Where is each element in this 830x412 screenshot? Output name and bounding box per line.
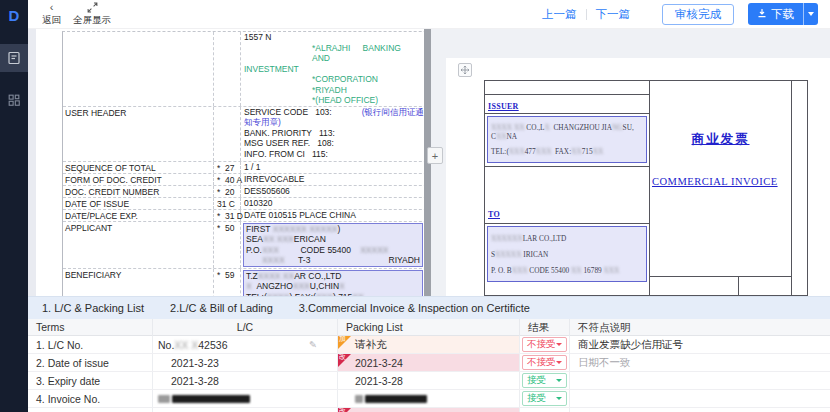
invoice-line: XXXXXXLAR CO.,LTD xyxy=(491,234,643,243)
fullscreen-label: 全屏显示 xyxy=(73,14,111,27)
sidebar-item-apps[interactable] xyxy=(0,86,28,114)
lc-doc-field-value: 010320 xyxy=(241,198,424,209)
next-doc-link[interactable]: 下一篇 xyxy=(596,7,631,22)
lc-doc-field-value: SERVICE CODE 103:(银行间信用证通知专用章)BANK. PRIO… xyxy=(241,107,424,161)
field-text: SERVICE CODE 103:(银行间信用证通知专用章)BANK. PRIO… xyxy=(243,107,424,160)
doc-line: *ALRAJHI BANKING AND xyxy=(312,43,424,64)
doc-line: BANK. PRIORITY 113: xyxy=(244,128,424,139)
table-row: 3. Expiry date2021-3-282021-3-28接受 xyxy=(28,372,830,390)
invoice-table: ISSUER XXXX XX CO.,LX CHANGZHOU JIANGSU,… xyxy=(484,80,808,296)
move-handle-icon[interactable] xyxy=(458,63,472,77)
lc-doc-row: DOC. CREDIT NUMBER* 20DES505606 xyxy=(63,186,424,198)
term-cell: 2. Date of issue xyxy=(28,354,153,371)
highlighted-field[interactable]: FIRST XXXXXX XXXXX)SEAXX XXXERICANP.O. X… xyxy=(243,223,423,267)
term-cell: 4. Invoice No. xyxy=(28,390,153,407)
chevron-down-icon xyxy=(556,397,562,400)
download-icon xyxy=(757,8,767,20)
lc-doc-field-tag: * 50 xyxy=(214,222,241,268)
invoice-line: TEL:(XXX477XXX FAX:XX715XX xyxy=(491,147,643,156)
lc-doc-row: DATE OF ISSUE31 C010320 xyxy=(63,198,424,210)
tab-1[interactable]: 1. L/C & Packing List xyxy=(42,302,144,314)
doc-line: 知专用章) xyxy=(244,117,424,128)
lc-doc-field-label xyxy=(63,32,214,106)
form-document-icon xyxy=(6,50,22,66)
note-cell[interactable]: 日期不一致 xyxy=(570,354,830,371)
packing-text: 请补充 xyxy=(355,338,387,352)
chevron-down-icon xyxy=(556,343,562,346)
review-complete-button[interactable]: 审核完成 xyxy=(662,4,734,25)
note-text: 日期不一致 xyxy=(578,356,631,370)
fullscreen-button[interactable]: 全屏显示 xyxy=(73,2,111,27)
doc-line: FIRST XXXXXX XXXXX) xyxy=(246,224,420,235)
comparison-table-header: TermsL/CPacking List结果不符点说明 xyxy=(28,319,830,336)
topbar: ‹ 返回 全屏显示 上一篇 下一篇 审核完成 xyxy=(28,0,830,29)
packing-cell: 改 xyxy=(338,408,520,412)
invoice-no-date-row: NO. 2015SDT001 DATE 2015. 9. 18 xyxy=(650,277,791,296)
lc-text: No.XX X42536 xyxy=(158,339,227,351)
tab-3[interactable]: 3.Commercial Invoice & Inspection on Cer… xyxy=(299,302,530,314)
download-dropdown-button[interactable] xyxy=(803,3,818,25)
tab-2[interactable]: 2.L/C & Bill of Lading xyxy=(170,302,273,314)
result-select[interactable]: 接受 xyxy=(522,391,567,406)
invoice-title-cell: 商业发票 COMMERCIAL INVOICE xyxy=(650,131,791,277)
packing-cell: 2021-3-28 xyxy=(338,372,520,389)
result-cell: 不接受 xyxy=(520,354,570,371)
topbar-right: 上一篇 下一篇 审核完成 下载 xyxy=(542,0,830,28)
packing-cell: 改2021-3-24 xyxy=(338,354,520,371)
result-cell: 接受 xyxy=(520,390,570,407)
result-select[interactable]: 不接受 xyxy=(522,355,567,370)
lc-cell: 2021-3-28 xyxy=(153,372,338,389)
back-button[interactable]: ‹ 返回 xyxy=(42,2,61,27)
note-cell[interactable] xyxy=(570,372,830,389)
download-button[interactable]: 下载 xyxy=(748,3,803,25)
invoice-right-column: 商业发票 COMMERCIAL INVOICE NO. 2015SDT001 D… xyxy=(650,80,792,296)
invoice-to-cell: TO xyxy=(485,167,649,224)
expand-plus-button[interactable]: + xyxy=(427,147,443,164)
lc-doc-field-label: APPLICANT xyxy=(63,222,214,268)
lc-doc-field-value: DATE 010515 PLACE CHINA xyxy=(241,210,424,221)
topbar-left: ‹ 返回 全屏显示 xyxy=(28,0,117,28)
note-text: 商业发票缺少信用证号 xyxy=(578,338,683,352)
prev-doc-link[interactable]: 上一篇 xyxy=(542,7,577,22)
lc-text: 2021-3-23 xyxy=(158,357,219,369)
field-text: DATE 010515 PLACE CHINA xyxy=(243,210,424,221)
lc-cell: No.XX X42536✎ xyxy=(153,336,338,353)
invoice-pane[interactable]: ISSUER XXXX XX CO.,LX CHANGZHOU JIANGSU,… xyxy=(431,29,830,296)
note-cell[interactable]: 商业发票缺少信用证号 xyxy=(570,336,830,353)
doc-line: *(HEAD OFFICE) xyxy=(312,95,424,106)
lc-doc-field-value: FIRST XXXXXX XXXXX)SEAXX XXXERICANP.O. X… xyxy=(241,222,424,268)
doc-line: X ANGZHOXXXU,CHINX xyxy=(246,281,420,292)
result-value: 接受 xyxy=(527,374,546,387)
note-cell[interactable] xyxy=(570,408,830,412)
result-select[interactable]: 接受 xyxy=(522,373,567,388)
note-cell[interactable] xyxy=(570,390,830,407)
column-header: 结果 xyxy=(520,319,570,336)
lc-document-pane[interactable]: 1557 N*ALRAJHI BANKING ANDINVESTMENT*COR… xyxy=(36,29,424,296)
invoice-to-box[interactable]: XXXXXXLAR CO.,LTDSXXXXX IRICANP. O. BXXX… xyxy=(487,226,647,282)
doc-line: DES505606 xyxy=(244,186,424,197)
lc-cell xyxy=(153,390,338,407)
comparison-table-body: 1. L/C No.No.XX X42536✎加请补充不接受商业发票缺少信用证号… xyxy=(28,336,830,412)
column-header: Packing List xyxy=(338,319,520,336)
lc-doc-field-label: USER HEADER xyxy=(63,107,214,161)
table-row: 1. L/C No.No.XX X42536✎加请补充不接受商业发票缺少信用证号 xyxy=(28,336,830,354)
invoice-edge-column xyxy=(792,80,808,296)
term-cell xyxy=(28,408,153,412)
comparison-tabs: 1. L/C & Packing List2.L/C & Bill of Lad… xyxy=(28,296,830,319)
field-text: IRREVOCABLE xyxy=(243,174,424,185)
table-row: 2. Date of issue2021-3-23改2021-3-24不接受日期… xyxy=(28,354,830,372)
doc-line: INFO. FROM CI 115: xyxy=(244,149,424,160)
lc-doc-field-tag: * 20 xyxy=(214,186,241,197)
result-select[interactable]: 不接受 xyxy=(522,337,567,352)
term-text: 3. Expiry date xyxy=(36,375,100,387)
invoice-issuer-box[interactable]: XXXX XX CO.,LX CHANGZHOU JIANGSU, CXXNAT… xyxy=(487,116,647,163)
lc-doc-field-value: DES505606 xyxy=(241,186,424,197)
term-cell: 1. L/C No. xyxy=(28,336,153,353)
doc-line: 1557 N xyxy=(244,32,424,43)
column-header: 不符点说明 xyxy=(570,319,830,336)
edit-icon[interactable]: ✎ xyxy=(309,339,317,350)
sidebar-item-documents[interactable] xyxy=(0,44,28,72)
lc-doc-row: SEQUENCE OF TOTAL* 271 / 1 xyxy=(63,162,424,174)
result-cell xyxy=(520,408,570,412)
highlighted-field[interactable]: T.ZXXXX XXAR CO.,LTDX ANGZHOXXXU,CHINXTE… xyxy=(243,270,423,297)
